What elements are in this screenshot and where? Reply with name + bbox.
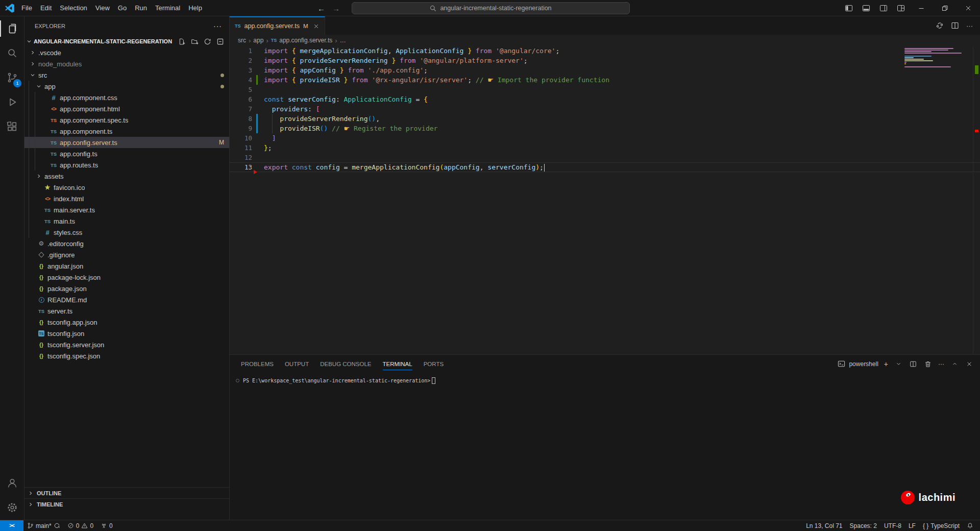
forward-arrow-icon[interactable]: → (332, 4, 340, 13)
panel-tab-output[interactable]: OUTPUT (285, 355, 309, 373)
panel-tab-problems[interactable]: PROBLEMS (241, 355, 274, 373)
menu-terminal[interactable]: Terminal (151, 3, 184, 13)
tree-item-tsconfig.server.json[interactable]: {}tsconfig.server.json (24, 339, 229, 350)
menu-go[interactable]: Go (114, 3, 131, 13)
activity-source-control[interactable]: 1 (0, 65, 24, 90)
tree-item-node_modules[interactable]: node_modules (24, 58, 229, 69)
tab-app-config-server-ts[interactable]: TS app.config.server.ts M (230, 16, 325, 35)
tree-item-app.routes.ts[interactable]: TSapp.routes.ts (24, 159, 229, 171)
tree-item-tsconfig.app.json[interactable]: {}tsconfig.app.json (24, 317, 229, 328)
menu-run[interactable]: Run (131, 3, 151, 13)
tree-item-index.html[interactable]: <>index.html (24, 193, 229, 204)
tree-item-angular.json[interactable]: {}angular.json (24, 260, 229, 272)
minimize-button[interactable] (910, 0, 933, 16)
refresh-button[interactable] (203, 37, 212, 46)
kill-terminal-button[interactable] (923, 359, 933, 369)
tree-item-.vscode[interactable]: .vscode (24, 47, 229, 58)
toggle-secondary-sidebar-button[interactable] (875, 0, 892, 16)
account-button[interactable] (0, 471, 24, 495)
indentation[interactable]: Spaces: 2 (846, 520, 880, 531)
terminal-shell-item[interactable]: powershell (837, 359, 878, 369)
tree-item-src[interactable]: src (24, 69, 229, 81)
tree-item-app.component.html[interactable]: <>app.component.html (24, 103, 229, 114)
close-tab-icon[interactable] (313, 23, 320, 30)
code-line-12[interactable]: 12 (230, 153, 980, 162)
workspace-header[interactable]: ANGULAR-INCREMENTAL-STATIC-REGENERATION (24, 36, 229, 47)
split-editor-button[interactable] (951, 21, 959, 30)
tree-item-app.config.server.ts[interactable]: TSapp.config.server.tsM (24, 137, 229, 148)
code-line-1[interactable]: 1import { mergeApplicationConfig, Applic… (230, 46, 980, 56)
tree-item-app.config.ts[interactable]: TSapp.config.ts (24, 148, 229, 159)
maximize-restore-button[interactable] (933, 0, 957, 16)
code-line-8[interactable]: 8 provideServerRendering(), (230, 114, 980, 124)
code-line-11[interactable]: 11}; (230, 143, 980, 153)
remote-indicator[interactable]: >< (0, 520, 23, 531)
menu-selection[interactable]: Selection (56, 3, 91, 13)
tree-item-.gitignore[interactable]: .gitignore (24, 249, 229, 260)
code-line-3[interactable]: 3import { appConfig } from './app.config… (230, 65, 980, 75)
tree-item-app[interactable]: app (24, 81, 229, 92)
code-line-10[interactable]: 10 ] (230, 133, 980, 143)
breadcrumb-item[interactable]: app (253, 37, 263, 44)
panel-more-button[interactable]: ··· (938, 360, 944, 368)
breadcrumb-item[interactable]: app.config.server.ts (279, 37, 332, 44)
tree-item-README.md[interactable]: iREADME.md (24, 294, 229, 305)
new-folder-button[interactable] (190, 37, 200, 46)
code-line-2[interactable]: 2import { provideServerRendering } from … (230, 56, 980, 65)
code-line-6[interactable]: 6const serverConfig: ApplicationConfig =… (230, 94, 980, 104)
cursor-position[interactable]: Ln 13, Col 71 (802, 520, 846, 531)
new-file-button[interactable] (177, 37, 187, 46)
explorer-more-button[interactable]: ··· (213, 22, 222, 30)
settings-button[interactable] (0, 495, 24, 520)
code-editor[interactable]: 1import { mergeApplicationConfig, Applic… (230, 46, 980, 354)
tree-item-app.component.spec.ts[interactable]: TSapp.component.spec.ts (24, 114, 229, 126)
new-terminal-button[interactable]: + (884, 360, 888, 368)
encoding[interactable]: UTF-8 (880, 520, 905, 531)
activity-search[interactable] (0, 41, 24, 65)
tree-item-main.ts[interactable]: TSmain.ts (24, 215, 229, 227)
tree-item-package-lock.json[interactable]: {}package-lock.json (24, 272, 229, 283)
code-line-9[interactable]: 9 provideISR() // ☛ Register the provide… (230, 124, 980, 133)
minimap[interactable] (901, 46, 973, 354)
outline-section[interactable]: OUTLINE (24, 487, 229, 498)
terminal-dropdown-button[interactable] (894, 359, 903, 369)
breadcrumb-item[interactable]: src (238, 37, 246, 44)
toggle-panel-button[interactable] (857, 0, 875, 16)
menu-file[interactable]: File (17, 3, 36, 13)
more-actions-button[interactable]: ··· (966, 22, 973, 30)
activity-run-debug[interactable] (0, 90, 24, 114)
code-line-7[interactable]: 7 providers: [ (230, 104, 980, 114)
end-of-line[interactable]: LF (905, 520, 919, 531)
activity-extensions[interactable] (0, 114, 24, 139)
toggle-sidebar-button[interactable] (840, 0, 857, 16)
back-arrow-icon[interactable]: ← (317, 4, 325, 13)
collapse-all-button[interactable] (215, 37, 225, 46)
tree-item-styles.css[interactable]: #styles.css (24, 227, 229, 238)
tree-item-assets[interactable]: assets (24, 171, 229, 182)
tree-item-main.server.ts[interactable]: TSmain.server.ts (24, 204, 229, 215)
open-changes-button[interactable] (936, 21, 944, 30)
tree-item-.editorconfig[interactable]: ⚙.editorconfig (24, 238, 229, 249)
code-line-4[interactable]: 4import { provideISR } from '@rx-angular… (230, 75, 980, 85)
split-terminal-button[interactable] (909, 359, 918, 369)
command-center-search[interactable]: angular-incremental-static-regeneration (352, 2, 630, 14)
notifications-bell[interactable] (963, 520, 977, 531)
tree-item-app.component.ts[interactable]: TSapp.component.ts (24, 126, 229, 137)
close-window-button[interactable] (957, 0, 980, 16)
activity-explorer[interactable] (0, 16, 24, 41)
panel-tab-terminal[interactable]: TERMINAL (383, 355, 412, 373)
tree-item-app.component.css[interactable]: #app.component.css (24, 92, 229, 103)
problems-item[interactable]: 0 0 (64, 520, 97, 531)
branch-item[interactable]: main* (23, 520, 64, 531)
menu-edit[interactable]: Edit (36, 3, 56, 13)
tree-item-tsconfig.json[interactable]: TStsconfig.json (24, 328, 229, 339)
customize-layout-button[interactable] (892, 0, 910, 16)
close-panel-button[interactable] (965, 359, 974, 369)
menu-help[interactable]: Help (184, 3, 206, 13)
code-line-13[interactable]: 13export const config = mergeApplication… (230, 162, 980, 172)
tree-item-favicon.ico[interactable]: ★favicon.ico (24, 182, 229, 193)
timeline-section[interactable]: TIMELINE (24, 498, 229, 510)
tree-item-server.ts[interactable]: TSserver.ts (24, 305, 229, 317)
maximize-panel-button[interactable] (950, 359, 959, 369)
panel-tab-debug-console[interactable]: DEBUG CONSOLE (320, 355, 371, 373)
